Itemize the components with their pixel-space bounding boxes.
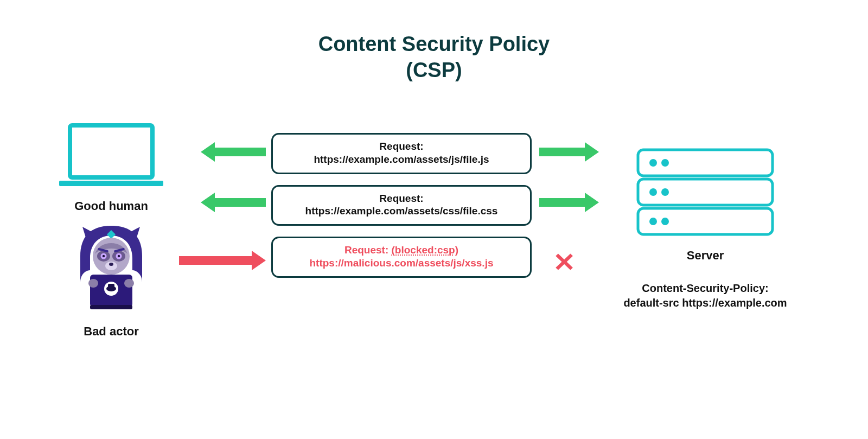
request-url: https://malicious.com/assets/js/xss.js (279, 257, 524, 270)
csp-line-2: default-src https://example.com (602, 296, 808, 310)
svg-point-26 (661, 188, 669, 196)
request-box-blocked: Request: (blocked:csp) https://malicious… (271, 237, 532, 278)
svg-marker-31 (201, 193, 266, 212)
arrow-left-row2 (201, 192, 266, 213)
arrow-right-row1 (539, 141, 599, 163)
server-label: Server (602, 249, 808, 263)
svg-point-9 (118, 255, 120, 257)
title-line-1: Content Security Policy (0, 31, 868, 58)
request-label: Request: (279, 140, 524, 153)
server-block: Server Content-Security-Policy: default-… (602, 147, 808, 310)
svg-marker-33 (179, 251, 266, 270)
arrow-right-row3-from-bad-actor (179, 250, 266, 271)
svg-rect-1 (59, 181, 163, 186)
svg-rect-22 (638, 208, 773, 234)
svg-marker-30 (539, 142, 599, 162)
request-box-css: Request: https://example.com/assets/css/… (271, 185, 532, 226)
svg-point-24 (661, 159, 669, 167)
svg-marker-29 (201, 142, 266, 162)
request-label: Request: (blocked:csp) (279, 244, 524, 257)
laptop-icon (57, 122, 165, 187)
svg-point-28 (661, 218, 669, 225)
bad-actor-label: Bad actor (54, 325, 168, 339)
csp-line-1: Content-Security-Policy: (602, 281, 808, 296)
arrow-left-row1 (201, 141, 266, 163)
svg-point-19 (124, 279, 134, 288)
svg-point-27 (649, 218, 657, 225)
svg-point-8 (103, 255, 105, 257)
svg-point-13 (109, 263, 113, 266)
svg-point-18 (88, 279, 98, 288)
good-human-block: Good human (54, 122, 168, 213)
csp-header-text: Content-Security-Policy: default-src htt… (602, 281, 808, 310)
svg-rect-20 (638, 150, 773, 176)
request-url: https://example.com/assets/js/file.js (279, 153, 524, 166)
title-line-2: (CSP) (0, 58, 868, 84)
good-human-label: Good human (54, 199, 168, 213)
diagram-title: Content Security Policy (CSP) (0, 31, 868, 83)
svg-rect-0 (70, 125, 152, 177)
server-icon (635, 147, 776, 239)
svg-point-25 (649, 188, 657, 196)
svg-rect-15 (90, 305, 132, 309)
blocked-x-icon: ✕ (553, 250, 576, 276)
svg-marker-32 (539, 193, 599, 212)
request-url: https://example.com/assets/css/file.css (279, 205, 524, 218)
svg-point-23 (649, 159, 657, 167)
svg-rect-17 (108, 284, 114, 289)
bad-actor-block: Bad actor (54, 222, 168, 339)
bad-actor-icon (71, 222, 152, 315)
requests-column: Request: https://example.com/assets/js/f… (271, 133, 532, 289)
request-label: Request: (279, 192, 524, 205)
arrow-right-row2 (539, 192, 599, 213)
svg-rect-21 (638, 179, 773, 205)
request-box-js: Request: https://example.com/assets/js/f… (271, 133, 532, 174)
